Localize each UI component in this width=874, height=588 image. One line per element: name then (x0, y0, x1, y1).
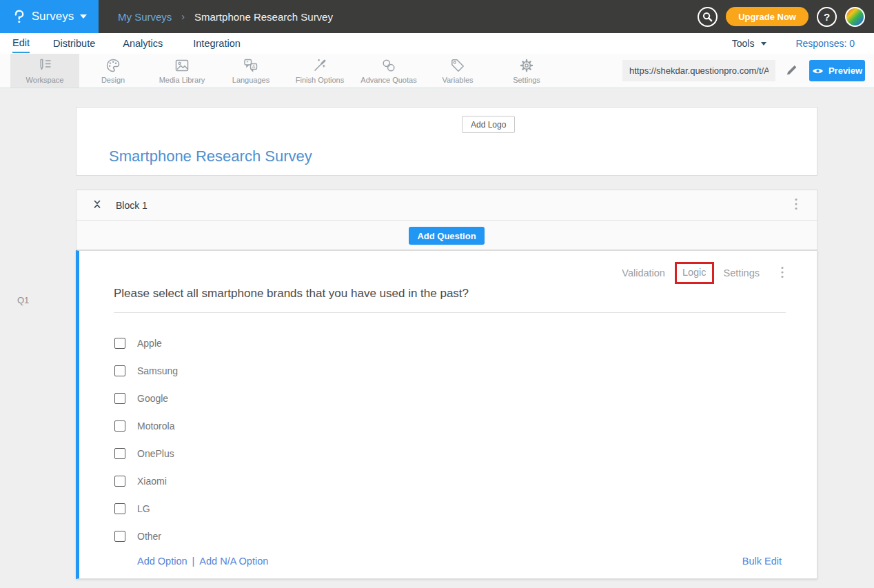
toolbar-label: Design (101, 76, 125, 84)
question-menu-button[interactable] (777, 263, 788, 283)
checkbox[interactable] (114, 338, 125, 349)
pencil-icon (785, 63, 799, 77)
option-row-lg: LG (114, 503, 150, 515)
option-label[interactable]: Xiaomi (137, 476, 167, 487)
kebab-menu-icon (795, 198, 797, 210)
toolbar-item-settings[interactable]: Settings (492, 54, 561, 88)
option-label[interactable]: Samsung (137, 365, 178, 376)
checkbox[interactable] (114, 448, 125, 459)
toolbar-item-workspace[interactable]: Workspace (10, 54, 79, 88)
collapse-icon (92, 199, 103, 210)
toolbar-item-variables[interactable]: Variables (423, 54, 492, 88)
checkbox[interactable] (114, 476, 125, 487)
option-row-oneplus: OnePlus (114, 447, 174, 460)
toolbar-label: Settings (513, 76, 540, 84)
section-nav: Edit Distribute Analytics Integration To… (0, 33, 874, 54)
magic-wand-icon (312, 57, 328, 74)
toolbar-label: Media Library (159, 76, 205, 84)
gear-icon (518, 57, 535, 74)
option-label[interactable]: Apple (137, 338, 162, 349)
svg-text:A: A (252, 64, 256, 69)
checkbox[interactable] (114, 531, 125, 542)
questionpro-survey-editor: Surveys My Surveys › Smartphone Research… (0, 0, 874, 588)
workspace-icon (37, 57, 53, 74)
preview-label: Preview (829, 65, 862, 76)
nav-right: Tools Responses: 0 (732, 38, 874, 49)
add-na-option-link[interactable]: Add N/A Option (199, 556, 268, 567)
breadcrumb-current-survey: Smartphone Research Survey (194, 11, 333, 23)
responses-link[interactable]: Responses: 0 (795, 38, 855, 49)
topbar-actions: Upgrade Now ? (698, 7, 874, 27)
links-separator: | (192, 556, 195, 567)
toolbar-item-finish-options[interactable]: Finish Options (285, 54, 354, 88)
question-tabs: Validation Logic Settings (622, 262, 788, 284)
block-menu-button[interactable] (791, 195, 802, 215)
top-bar: Surveys My Surveys › Smartphone Research… (0, 0, 874, 33)
option-actions: Add Option | Add N/A Option (137, 556, 268, 567)
tools-menu[interactable]: Tools (732, 38, 767, 49)
questionpro-logo (12, 8, 26, 26)
breadcrumb-separator: › (181, 11, 185, 22)
add-question-button[interactable]: Add Question (409, 227, 484, 245)
option-label[interactable]: OnePlus (137, 448, 174, 459)
option-label[interactable]: Google (137, 393, 168, 404)
chevron-down-icon (80, 14, 87, 19)
checkbox[interactable] (114, 420, 125, 432)
option-row-google: Google (114, 392, 168, 405)
breadcrumb-my-surveys[interactable]: My Surveys (118, 11, 172, 23)
upgrade-now-button[interactable]: Upgrade Now (726, 7, 809, 26)
block-card: Block 1 Add Question (76, 190, 817, 250)
toolbar-item-design[interactable]: Design (79, 54, 148, 88)
collapse-block-button[interactable] (90, 197, 104, 213)
tab-integration[interactable]: Integration (193, 35, 241, 52)
toolbar-label: Workspace (26, 76, 64, 84)
tab-analytics[interactable]: Analytics (123, 35, 163, 52)
tools-label: Tools (732, 38, 755, 49)
question-id-label: Q1 (17, 295, 29, 305)
bulk-edit-link[interactable]: Bulk Edit (742, 556, 782, 567)
question-mark-icon: ? (824, 11, 830, 23)
search-icon (702, 11, 713, 23)
option-row-xiaomi: Xiaomi (114, 475, 167, 487)
add-question-strip: Add Question (77, 221, 817, 250)
question-text[interactable]: Please select all smartphone brands that… (114, 287, 469, 301)
toolbar-item-advance-quotas[interactable]: Advance Quotas (354, 54, 423, 88)
survey-header-card: Add Logo Smartphone Research Survey (76, 107, 817, 176)
checkbox[interactable] (114, 503, 125, 514)
checkbox[interactable] (114, 365, 125, 376)
breadcrumb: My Surveys › Smartphone Research Survey (118, 11, 333, 23)
kebab-menu-icon (781, 266, 784, 278)
option-label[interactable]: Other (137, 531, 161, 542)
toolbar-label: Advance Quotas (360, 76, 416, 84)
option-row-samsung: Samsung (114, 365, 178, 377)
surveys-product-menu[interactable]: Surveys (0, 0, 99, 33)
edit-url-button[interactable] (783, 61, 801, 79)
option-label[interactable]: LG (137, 503, 150, 514)
product-label: Surveys (32, 10, 74, 23)
add-option-link[interactable]: Add Option (137, 556, 187, 567)
question-tab-validation[interactable]: Validation (622, 267, 665, 278)
block-title[interactable]: Block 1 (116, 200, 148, 211)
palette-icon (105, 57, 121, 74)
toolbar-item-media-library[interactable]: Media Library (148, 54, 216, 88)
survey-title[interactable]: Smartphone Research Survey (109, 148, 312, 165)
add-logo-button[interactable]: Add Logo (462, 116, 515, 133)
tab-distribute[interactable]: Distribute (53, 35, 95, 52)
option-label[interactable]: Motorola (137, 420, 174, 432)
survey-url-input[interactable] (622, 60, 775, 81)
question-tab-settings[interactable]: Settings (724, 267, 760, 278)
toolbar-item-languages[interactable]: * A Languages (216, 54, 285, 88)
help-button[interactable]: ? (817, 7, 837, 27)
tab-edit[interactable]: Edit (12, 34, 30, 53)
checkbox[interactable] (114, 393, 125, 404)
editor-toolbar: Workspace Design Media Library (0, 54, 874, 88)
question-tab-logic[interactable]: Logic (682, 267, 707, 278)
toolbar-label: Variables (442, 76, 473, 84)
eye-icon (812, 67, 824, 75)
option-row-other: Other (114, 530, 161, 543)
tag-icon (449, 57, 466, 74)
preview-button[interactable]: Preview (809, 60, 865, 81)
toolbar-label: Finish Options (296, 76, 344, 84)
search-button[interactable] (698, 7, 718, 27)
user-avatar[interactable] (845, 7, 865, 27)
